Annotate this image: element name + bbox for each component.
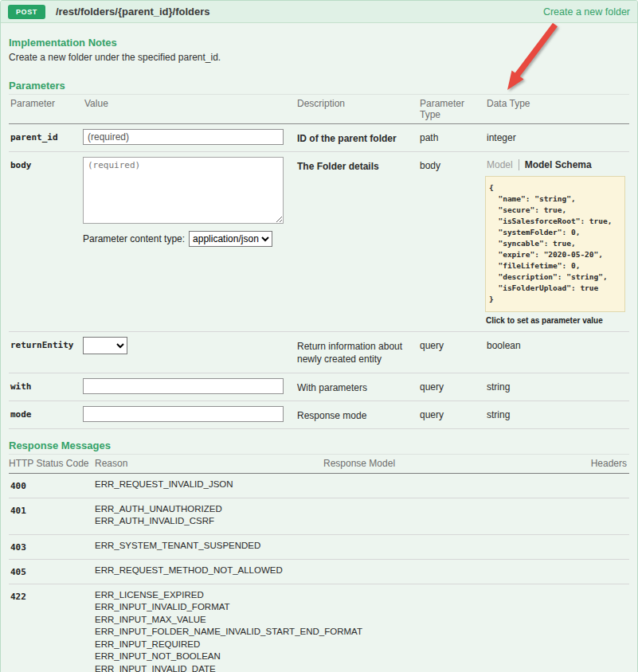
param-row-body: body Parameter content type: application…: [9, 152, 629, 332]
api-operation-panel: POST /rest/folders/{parent_id}/folders C…: [0, 0, 638, 672]
reason: ERR_REQUEST_METHOD_NOT_ALLOWED: [95, 565, 323, 577]
reason: ERR_REQUEST_INVALID_JSON: [95, 479, 323, 491]
reason: ERR_INPUT_MAX_VALUE: [95, 614, 323, 627]
reason: ERR_INPUT_INVALID_DATE: [95, 663, 323, 672]
operation-summary-link[interactable]: Create a new folder: [543, 6, 630, 18]
model-schema-cell: Model Model Schema { "name": "string", "…: [485, 157, 629, 325]
param-data-type: integer: [485, 129, 629, 143]
model-schema-snippet[interactable]: { "name": "string", "secure": true, "isS…: [485, 176, 625, 312]
param-name: mode: [9, 406, 83, 420]
param-name: body: [9, 157, 83, 170]
reason: ERR_SYSTEM_TENANT_SUSPENDED: [95, 540, 323, 553]
reason: ERR_INPUT_REQUIRED: [95, 639, 323, 651]
response-row-405: 405 ERR_REQUEST_METHOD_NOT_ALLOWED: [9, 560, 629, 584]
param-data-type: string: [485, 406, 629, 420]
status-code: 403: [9, 540, 95, 553]
content-type-select[interactable]: application/json: [189, 231, 272, 247]
reason: ERR_LICENSE_EXPIRED: [95, 589, 323, 602]
param-name: returnEntity: [9, 337, 83, 350]
response-row-422: 422 ERR_LICENSE_EXPIRED ERR_INPUT_INVALI…: [9, 584, 629, 672]
schema-caption: Click to set as parameter value: [485, 316, 629, 325]
param-description: The Folder details: [296, 157, 418, 173]
param-name: with: [9, 378, 83, 392]
with-input[interactable]: [83, 378, 284, 394]
col-value: Value: [83, 98, 296, 109]
param-type: query: [418, 337, 485, 351]
parent-id-input[interactable]: [83, 129, 284, 145]
model-schema-json[interactable]: { "name": "string", "secure": true, "isS…: [489, 182, 621, 305]
response-row-400: 400 ERR_REQUEST_INVALID_JSON: [9, 474, 629, 498]
reason: ERR_INPUT_NOT_BOOLEAN: [95, 651, 323, 663]
param-row-parent-id: parent_id ID of the parent folder path i…: [9, 124, 629, 152]
reason: ERR_INPUT_FOLDER_NAME_INVALID_START_END_…: [95, 626, 323, 639]
endpoint-path: /rest/folders/{parent_id}/folders: [56, 6, 210, 18]
param-row-with: with With parameters query string: [9, 373, 629, 401]
response-row-401: 401 ERR_AUTH_UNAUTHORIZED ERR_AUTH_INVAL…: [9, 498, 629, 535]
response-messages-title: Response Messages: [9, 440, 629, 451]
operation-body: Implementation Notes Create a new folder…: [1, 37, 637, 672]
param-type: query: [418, 406, 485, 420]
param-name: parent_id: [9, 129, 83, 143]
tab-model[interactable]: Model: [487, 159, 513, 170]
response-row-403: 403 ERR_SYSTEM_TENANT_SUSPENDED: [9, 535, 629, 560]
parameters-header-row: Parameter Value Description Parameter Ty…: [9, 94, 629, 124]
param-description: With parameters: [296, 378, 418, 394]
implementation-notes-title: Implementation Notes: [9, 37, 629, 49]
implementation-notes-text: Create a new folder under the specified …: [9, 52, 629, 63]
model-tabs: Model Model Schema: [485, 157, 629, 170]
col-http-status-code: HTTP Status Code: [9, 458, 95, 469]
param-data-type: string: [485, 378, 629, 393]
status-code: 405: [9, 565, 95, 577]
param-row-mode: mode Response mode query string: [9, 401, 629, 429]
reason: ERR_AUTH_INVALID_CSRF: [95, 515, 323, 528]
status-code: 422: [9, 589, 95, 602]
col-description: Description: [296, 98, 418, 109]
reason: ERR_INPUT_INVALID_FORMAT: [95, 601, 323, 614]
operation-header[interactable]: POST /rest/folders/{parent_id}/folders C…: [1, 1, 637, 23]
param-row-return-entity: returnEntity Return information about ne…: [9, 332, 629, 373]
reason: ERR_AUTH_UNAUTHORIZED: [95, 503, 323, 516]
http-method-badge: POST: [8, 5, 45, 19]
col-parameter-type: Parameter Type: [418, 98, 485, 120]
tab-model-schema[interactable]: Model Schema: [525, 159, 592, 170]
param-description: Response mode: [296, 406, 418, 422]
tab-divider: [519, 159, 519, 170]
mode-input[interactable]: [83, 406, 284, 422]
responses-header-row: HTTP Status Code Reason Response Model H…: [9, 454, 629, 474]
status-code: 400: [9, 479, 95, 491]
param-description: ID of the parent folder: [296, 129, 418, 145]
param-type: body: [418, 157, 485, 171]
col-data-type: Data Type: [485, 98, 629, 109]
param-data-type: boolean: [485, 337, 629, 351]
status-code: 401: [9, 503, 95, 516]
body-textarea[interactable]: [83, 157, 284, 224]
content-type-label: Parameter content type:: [83, 233, 185, 244]
param-description: Return information about newly created e…: [296, 337, 418, 365]
col-reason: Reason: [95, 458, 323, 469]
col-parameter: Parameter: [9, 98, 83, 109]
parameters-title: Parameters: [9, 80, 629, 92]
return-entity-select[interactable]: [83, 337, 127, 354]
param-type: query: [418, 378, 485, 393]
param-type: path: [418, 129, 485, 143]
col-response-model: Response Model: [323, 458, 578, 469]
col-headers: Headers: [578, 458, 629, 469]
